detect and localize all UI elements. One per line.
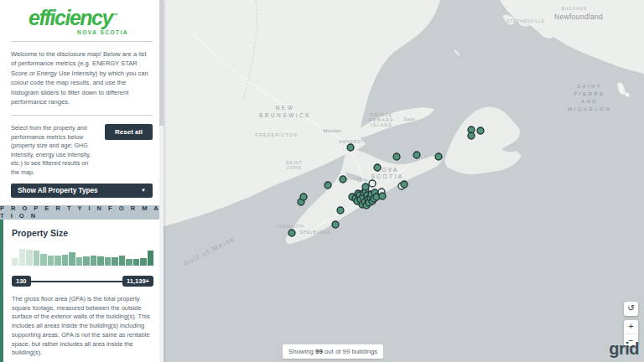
histogram-bar [26, 250, 33, 266]
histogram-bar [69, 252, 75, 266]
histogram-bar [126, 259, 132, 266]
building-marker[interactable] [468, 132, 475, 139]
map-place-label: JOHN [287, 166, 302, 170]
histogram-bar [40, 254, 47, 266]
divider [11, 115, 153, 116]
histogram-bar [62, 255, 69, 266]
building-marker[interactable] [374, 164, 381, 171]
building-marker[interactable] [300, 194, 307, 200]
map-place-label: NEW [276, 105, 295, 111]
slider-max-handle[interactable]: 11,139+ [122, 276, 153, 287]
map-place-label: FREDERICTON [255, 133, 298, 137]
histogram-bar [48, 256, 55, 266]
map-place-label: SAINT [286, 161, 303, 165]
map-place-label: BUCHANS [562, 7, 587, 11]
building-marker[interactable] [347, 144, 354, 151]
building-marker[interactable] [340, 176, 346, 183]
building-marker[interactable] [401, 181, 408, 188]
histogram-bar [105, 257, 112, 266]
map-place-label: SCOTIA [371, 173, 403, 179]
map-place-label: STEPHENVILLE [506, 19, 545, 23]
map-place-label: ISLAND [371, 123, 392, 127]
histogram-bar [140, 258, 147, 266]
building-marker[interactable] [393, 153, 400, 160]
building-marker[interactable] [477, 127, 484, 134]
building-marker[interactable] [362, 184, 369, 190]
histogram-bar [112, 257, 118, 266]
building-marker[interactable] [369, 180, 376, 187]
brand-wordmark: efficiency™ [29, 8, 152, 28]
brand-logo: efficiency™ NOVA SCOTIA [0, 0, 164, 41]
scrollbar-thumb[interactable] [159, 0, 164, 126]
chevron-down-icon: ▼ [141, 188, 146, 193]
island-st-pierre [626, 93, 630, 97]
histogram-bar [76, 257, 83, 266]
map-place-label: BRUNSWICK [259, 112, 311, 118]
property-size-section: Property Size 130 11,139+ The gross floo… [0, 220, 164, 362]
property-size-slider[interactable]: 130 11,139+ [12, 276, 153, 287]
brand-subtitle: NOVA SCOTIA [29, 29, 128, 35]
histogram-bar [19, 249, 26, 266]
map-place-label: EDWARD [369, 118, 394, 122]
map-place-label: SAINT [577, 84, 602, 89]
building-marker[interactable] [413, 152, 420, 158]
histogram-bar [34, 251, 40, 266]
histogram-bar [133, 259, 140, 266]
zoom-in-button[interactable]: + [624, 320, 638, 334]
building-marker[interactable] [332, 221, 339, 228]
histogram-bar [83, 256, 90, 266]
building-marker[interactable] [325, 182, 331, 189]
trademark-symbol: ™ [112, 13, 117, 18]
histogram-bar [91, 256, 97, 266]
compass-control: ↺ [624, 302, 638, 316]
property-information-header: P R O P E R T Y I N F O R M A T I O N [0, 205, 164, 220]
map-place-label: MIQUELON [568, 106, 611, 111]
divider [11, 41, 153, 42]
histogram-bar [97, 256, 104, 266]
disclosure-map-app: NewfoundlandBUCHANSSTEPHENVILLESAINTPIER… [0, 0, 644, 362]
compass-icon: ↺ [627, 303, 634, 313]
building-marker[interactable] [379, 193, 386, 199]
map-place-label: Moncton [323, 128, 340, 133]
results-count-badge: Showing 99 out of 99 buildings [283, 344, 383, 359]
building-marker[interactable] [337, 207, 344, 214]
histogram-bar [148, 251, 154, 266]
dropdown-selected-value: Show All Property Types [18, 187, 98, 194]
map-place-label: AMHERST [339, 140, 363, 144]
property-types-dropdown[interactable]: Show All Property Types ▼ [11, 184, 153, 198]
sidebar: efficiency™ NOVA SCOTIA Welcome to the d… [0, 0, 164, 362]
property-size-histogram [12, 246, 153, 266]
building-marker[interactable] [288, 230, 295, 236]
reset-north-button[interactable]: ↺ [624, 302, 638, 315]
reset-all-button[interactable]: Reset all [105, 124, 153, 140]
gfa-description: The gross floor area (GFA) is the total … [12, 295, 153, 358]
map-place-label: YARMOUTH [276, 225, 304, 229]
filter-hint-text: Select from the property and performance… [11, 124, 98, 177]
map-place-label: Newfoundland [554, 13, 603, 21]
map-place-label: Souris [403, 117, 415, 122]
map-place-label: PRINCE [370, 113, 392, 117]
histogram-bar [12, 258, 18, 266]
grid-attribution: grid [609, 340, 639, 357]
histogram-bar [55, 256, 61, 266]
map-place-label: SHELBURNE [300, 230, 331, 235]
metric-title: Property Size [12, 228, 153, 238]
map-place-label: AND [581, 99, 598, 104]
histogram-bar [119, 256, 126, 266]
sidebar-scrollbar[interactable] [159, 0, 164, 362]
slider-min-handle[interactable]: 130 [12, 276, 31, 287]
welcome-text: Welcome to the disclosure map! Below are… [11, 49, 153, 106]
building-marker[interactable] [435, 153, 442, 160]
map-place-label: PIERRE [574, 91, 605, 96]
